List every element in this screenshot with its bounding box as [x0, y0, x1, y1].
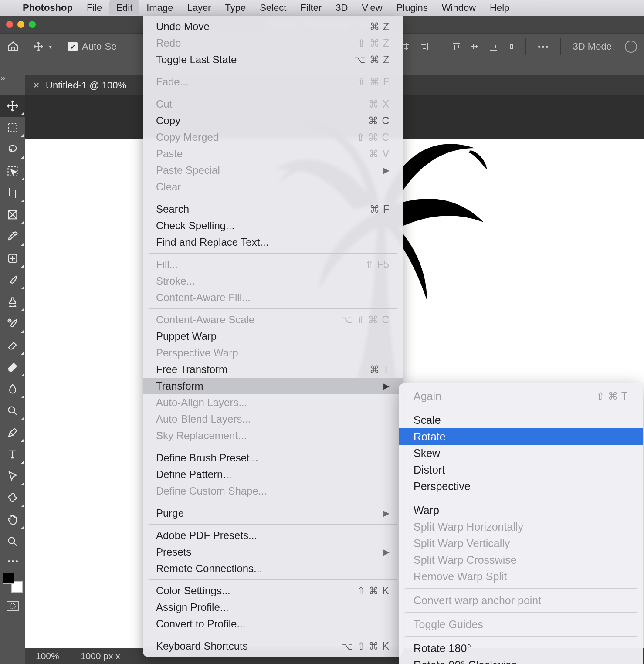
zoom-level[interactable]: 100%	[25, 648, 70, 664]
submenu-item-again: Again⇧ ⌘ T	[399, 388, 643, 404]
menubar-window[interactable]: Window	[435, 0, 483, 15]
tool-preset-chevron-icon[interactable]: ▾	[49, 43, 52, 50]
align-center-v-icon[interactable]	[469, 41, 481, 53]
close-tab-icon[interactable]: ✕	[33, 81, 40, 90]
menu-item-undo-move[interactable]: Undo Move⌘ Z	[143, 18, 403, 35]
shape-tool[interactable]	[0, 487, 25, 509]
dodge-tool[interactable]	[0, 400, 25, 422]
home-button[interactable]	[0, 34, 26, 60]
menu-item-color-settings[interactable]: Color Settings...⇧ ⌘ K	[143, 583, 403, 599]
submenu-item-scale[interactable]: Scale	[399, 412, 643, 428]
submenu-item-split-warp-horizontally: Split Warp Horizontally	[399, 518, 643, 535]
eraser-tool[interactable]	[0, 335, 25, 356]
foreground-background-colors[interactable]	[0, 570, 25, 595]
menubar-edit[interactable]: Edit	[109, 0, 139, 15]
menubar-filter[interactable]: Filter	[293, 0, 329, 15]
move-tool[interactable]	[0, 95, 25, 117]
window-controls	[6, 21, 36, 28]
mac-menubar: Photoshop File Edit Image Layer Type Sel…	[0, 0, 644, 16]
foreground-color-swatch[interactable]	[3, 573, 14, 584]
menu-item-purge[interactable]: Purge▶	[143, 505, 403, 522]
close-window-button[interactable]	[6, 21, 13, 28]
type-tool[interactable]	[0, 444, 25, 465]
menu-item-adobe-pdf-presets[interactable]: Adobe PDF Presets...	[143, 527, 403, 544]
3d-mode-label: 3D Mode:	[573, 41, 614, 52]
menu-item-convert-to-profile[interactable]: Convert to Profile...	[143, 616, 403, 632]
collapse-chevron-icon[interactable]: ››	[1, 74, 5, 81]
submenu-item-rotate-180[interactable]: Rotate 180°	[399, 640, 643, 657]
align-right-icon[interactable]	[418, 41, 430, 53]
menu-item-transform[interactable]: Transform▶	[143, 378, 403, 394]
menu-item-puppet-warp[interactable]: Puppet Warp	[143, 328, 403, 345]
submenu-item-remove-warp-split: Remove Warp Split	[399, 568, 643, 585]
document-tab-label: Untitled-1 @ 100%	[46, 80, 126, 91]
menu-item-keyboard-shortcuts[interactable]: Keyboard Shortcuts⌥ ⇧ ⌘ K	[143, 638, 403, 654]
edit-menu-dropdown: Undo Move⌘ ZRedo⇧ ⌘ ZToggle Last State⌥ …	[143, 16, 403, 657]
menu-item-check-spelling[interactable]: Check Spelling...	[143, 217, 403, 234]
blur-tool[interactable]	[0, 378, 25, 400]
align-top-icon[interactable]	[451, 41, 463, 53]
3d-mode-icon[interactable]	[625, 41, 637, 53]
brush-tool[interactable]	[0, 269, 25, 291]
marquee-tool[interactable]	[0, 117, 25, 139]
menu-item-search[interactable]: Search⌘ F	[143, 201, 403, 217]
submenu-item-toggle-guides: Toggle Guides	[399, 616, 643, 633]
submenu-item-rotate[interactable]: Rotate	[399, 428, 643, 445]
pen-tool[interactable]	[0, 422, 25, 444]
crop-tool[interactable]	[0, 182, 25, 204]
menu-item-copy-merged: Copy Merged⇧ ⌘ C	[143, 129, 403, 146]
submenu-item-perspective[interactable]: Perspective	[399, 478, 643, 495]
quick-mask-icon[interactable]	[0, 595, 25, 617]
submenu-item-rotate-90-clockwise[interactable]: Rotate 90° Clockwise	[399, 657, 643, 664]
menu-item-auto-align-layers: Auto-Align Layers...	[143, 394, 403, 411]
more-options-icon[interactable]	[534, 46, 552, 48]
history-brush-tool[interactable]	[0, 313, 25, 335]
menu-item-assign-profile[interactable]: Assign Profile...	[143, 599, 403, 616]
menu-item-remote-connections[interactable]: Remote Connections...	[143, 560, 403, 577]
menubar-help[interactable]: Help	[483, 0, 516, 15]
menu-item-define-pattern[interactable]: Define Pattern...	[143, 466, 403, 483]
menubar-view[interactable]: View	[355, 0, 389, 15]
menubar-file[interactable]: File	[80, 0, 109, 15]
menu-item-define-custom-shape: Define Custom Shape...	[143, 483, 403, 499]
menu-item-free-transform[interactable]: Free Transform⌘ T	[143, 361, 403, 378]
clone-stamp-tool[interactable]	[0, 291, 25, 313]
healing-brush-tool[interactable]	[0, 247, 25, 269]
menu-item-presets[interactable]: Presets▶	[143, 544, 403, 560]
menubar-layer[interactable]: Layer	[180, 0, 218, 15]
edit-toolbar-icon[interactable]	[0, 552, 25, 570]
fullscreen-window-button[interactable]	[29, 21, 36, 28]
hand-tool[interactable]	[0, 509, 25, 531]
auto-select-checkbox[interactable]: ✔	[68, 42, 78, 51]
zoom-tool[interactable]	[0, 531, 25, 552]
move-tool-icon[interactable]	[32, 41, 44, 53]
menu-item-define-brush-preset[interactable]: Define Brush Preset...	[143, 450, 403, 466]
eyedropper-tool[interactable]	[0, 226, 25, 247]
lasso-tool[interactable]	[0, 139, 25, 160]
menu-item-find-and-replace-text[interactable]: Find and Replace Text...	[143, 234, 403, 251]
menubar-3d[interactable]: 3D	[329, 0, 355, 15]
object-select-tool[interactable]	[0, 160, 25, 182]
distribute-icon[interactable]	[505, 41, 518, 53]
menubar-select[interactable]: Select	[253, 0, 293, 15]
menubar-app[interactable]: Photoshop	[16, 0, 80, 15]
menubar-plugins[interactable]: Plugins	[390, 0, 435, 15]
menubar-type[interactable]: Type	[218, 0, 253, 15]
menubar-image[interactable]: Image	[139, 0, 180, 15]
menu-item-toggle-last-state[interactable]: Toggle Last State⌥ ⌘ Z	[143, 51, 403, 68]
submenu-item-skew[interactable]: Skew	[399, 445, 643, 461]
document-dimensions[interactable]: 1000 px x	[70, 648, 131, 664]
svg-rect-0	[9, 124, 17, 132]
align-bottom-icon[interactable]	[487, 41, 499, 53]
document-tab[interactable]: ✕ Untitled-1 @ 100%	[25, 80, 134, 91]
gradient-tool[interactable]	[0, 356, 25, 378]
minimize-window-button[interactable]	[17, 21, 24, 28]
path-select-tool[interactable]	[0, 465, 25, 487]
menu-item-perspective-warp: Perspective Warp	[143, 345, 403, 361]
svg-rect-7	[7, 602, 18, 610]
submenu-item-distort[interactable]: Distort	[399, 461, 643, 478]
submenu-item-warp[interactable]: Warp	[399, 502, 643, 518]
transform-submenu: Again⇧ ⌘ TScaleRotateSkewDistortPerspect…	[399, 383, 643, 664]
frame-tool[interactable]	[0, 204, 25, 226]
menu-item-copy[interactable]: Copy⌘ C	[143, 112, 403, 129]
